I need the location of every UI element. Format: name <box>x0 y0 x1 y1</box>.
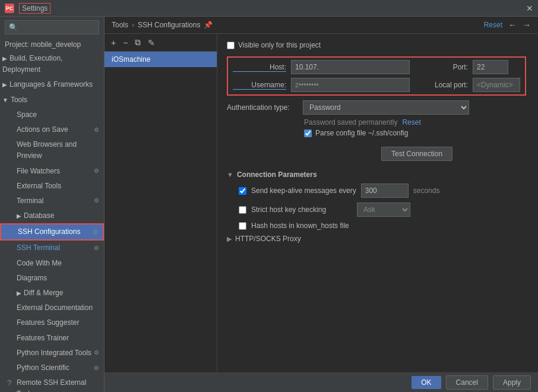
strict-host-row: Strict host key checking Ask <box>227 203 528 217</box>
ssh-detail-panel: Visible only for this project Host: Port… <box>217 34 538 372</box>
sidebar-item-features-suggester[interactable]: Features Suggester <box>0 315 104 330</box>
apply-button[interactable]: Apply <box>493 375 531 390</box>
sidebar-item-file-watchers[interactable]: File Watchers ⚙ <box>0 164 104 179</box>
connection-params-header[interactable]: ▼ Connection Parameters <box>227 170 528 179</box>
host-row: Host: Port: Username: Local port: <box>227 56 528 96</box>
http-proxy-row[interactable]: ▶ HTTP/SOCKS Proxy <box>227 235 528 243</box>
host-input[interactable] <box>291 60 410 74</box>
pin-icon: 📌 <box>204 21 213 29</box>
sidebar-item-space[interactable]: Space <box>0 108 104 122</box>
auth-type-label: Authentication type: <box>227 103 298 112</box>
ssh-list-panel: + − ⧉ ✎ iOSmachine <box>105 34 217 372</box>
sidebar: 🔍 Project: mobile_develop ▶Build, Execut… <box>0 17 105 392</box>
port-label: Port: <box>414 63 468 71</box>
http-proxy-caret: ▶ <box>227 235 232 243</box>
breadcrumb-current: SSH Configurations <box>138 21 200 29</box>
bottom-bar: ? OK Cancel Apply <box>105 372 538 392</box>
forward-button[interactable]: → <box>523 20 531 30</box>
add-ssh-button[interactable]: + <box>109 37 118 49</box>
sidebar-item-diff-merge[interactable]: ▶Diff & Merge <box>0 286 104 301</box>
test-connection-button[interactable]: Test Connection <box>381 147 452 161</box>
sidebar-item-python-scientific[interactable]: Python Scientific ⚙ <box>0 361 104 375</box>
keep-alive-label: Send keep-alive messages every <box>251 186 356 195</box>
sidebar-item-tools[interactable]: ▼Tools <box>0 93 104 108</box>
auth-type-row: Authentication type: Password <box>227 100 528 115</box>
sidebar-item-ssh-configurations[interactable]: SSH Configurations ⚙ <box>0 223 104 241</box>
host-label: Host: <box>233 63 286 72</box>
parse-config-row: Parse config file ~/.ssh/config <box>227 129 528 137</box>
breadcrumb-parent: Tools <box>112 21 128 29</box>
sidebar-item-build-execution[interactable]: ▶Build, Execution, Deployment <box>0 51 104 77</box>
ssh-terminal-icon: ⚙ <box>94 244 99 253</box>
title-bar: PC Settings ✕ <box>0 0 538 17</box>
password-saved-text: Password saved permanently <box>304 118 397 127</box>
sidebar-item-web-browsers[interactable]: Web Browsers and Preview <box>0 137 104 163</box>
python-integrated-icon: ⚙ <box>94 348 99 358</box>
breadcrumb-separator: › <box>132 21 134 29</box>
keep-alive-row: Send keep-alive messages every seconds <box>227 184 528 198</box>
sidebar-item-external-tools[interactable]: External Tools <box>0 179 104 194</box>
password-info-row: Password saved permanently Reset <box>227 118 528 127</box>
actions-on-save-icon: ⚙ <box>94 125 99 135</box>
visible-only-checkbox[interactable] <box>227 42 235 49</box>
sidebar-item-code-with-me[interactable]: Code With Me <box>0 256 104 271</box>
hash-hosts-checkbox[interactable] <box>239 222 246 230</box>
username-input[interactable] <box>291 78 410 92</box>
conn-params-label: Connection Parameters <box>237 170 317 179</box>
cancel-button[interactable]: Cancel <box>446 375 488 390</box>
sidebar-item-features-trainer[interactable]: Features Trainer <box>0 331 104 346</box>
sidebar-item-remote-ssh-external-tools[interactable]: Remote SSH External Tools <box>0 375 104 392</box>
strict-host-label: Strict host key checking <box>251 206 352 214</box>
ok-button[interactable]: OK <box>412 376 441 389</box>
sidebar-item-actions-on-save[interactable]: Actions on Save ⚙ <box>0 122 104 137</box>
http-proxy-label: HTTP/SOCKS Proxy <box>235 235 301 243</box>
project-label: Project: mobile_develop <box>0 38 104 51</box>
parse-config-checkbox[interactable] <box>304 129 312 137</box>
terminal-icon: ⚙ <box>94 196 99 206</box>
ssh-list-item-iosmachine[interactable]: iOSmachine <box>105 52 217 67</box>
username-label: Username: <box>233 81 286 90</box>
back-button[interactable]: ← <box>508 20 517 30</box>
keep-alive-checkbox[interactable] <box>239 187 246 195</box>
python-scientific-icon: ⚙ <box>94 363 99 373</box>
remove-ssh-button[interactable]: − <box>121 37 129 49</box>
parse-config-label: Parse config file ~/.ssh/config <box>315 129 408 137</box>
keep-alive-input[interactable] <box>361 184 409 198</box>
strict-host-checkbox[interactable] <box>239 206 246 214</box>
settings-title: Settings <box>19 3 50 14</box>
password-reset-link[interactable]: Reset <box>402 118 420 127</box>
sidebar-item-ssh-terminal[interactable]: SSH Terminal ⚙ <box>0 241 104 255</box>
search-icon: 🔍 <box>9 23 18 31</box>
local-port-input[interactable] <box>473 78 520 92</box>
search-input[interactable] <box>20 23 95 31</box>
main-content: Tools › SSH Configurations 📌 Reset ← → +… <box>105 17 538 392</box>
ssh-list-toolbar: + − ⧉ ✎ <box>105 34 217 52</box>
file-watchers-icon: ⚙ <box>94 166 99 176</box>
reset-button[interactable]: Reset <box>484 21 502 29</box>
visible-only-label: Visible only for this project <box>238 41 321 49</box>
conn-params-caret: ▼ <box>227 171 233 178</box>
breadcrumb-bar: Tools › SSH Configurations 📌 Reset ← → <box>105 17 538 34</box>
keep-alive-unit: seconds <box>413 186 440 195</box>
sidebar-list: ▶Build, Execution, Deployment ▶Languages… <box>0 51 104 392</box>
edit-ssh-button[interactable]: ✎ <box>146 37 157 49</box>
sidebar-item-diagrams[interactable]: Diagrams <box>0 271 104 286</box>
sidebar-item-languages-frameworks[interactable]: ▶Languages & Frameworks <box>0 77 104 92</box>
sidebar-item-python-integrated-tools[interactable]: Python Integrated Tools ⚙ <box>0 346 104 361</box>
help-button[interactable]: ? <box>7 378 11 387</box>
search-box[interactable]: 🔍 <box>5 20 99 34</box>
sidebar-item-external-documentation[interactable]: External Documentation <box>0 301 104 315</box>
hash-hosts-row: Hash hosts in known_hosts file <box>227 222 528 230</box>
port-input[interactable] <box>473 60 508 74</box>
auth-type-select[interactable]: Password <box>303 100 469 115</box>
strict-host-select[interactable]: Ask <box>357 203 410 217</box>
sidebar-item-database[interactable]: ▶Database <box>0 208 104 223</box>
close-button[interactable]: ✕ <box>526 4 533 13</box>
sidebar-item-terminal[interactable]: Terminal ⚙ <box>0 194 104 208</box>
copy-ssh-button[interactable]: ⧉ <box>133 36 143 49</box>
ssh-config-icon: ⚙ <box>93 227 98 237</box>
hash-hosts-label: Hash hosts in known_hosts file <box>251 222 352 230</box>
main-container: 🔍 Project: mobile_develop ▶Build, Execut… <box>0 17 538 392</box>
visible-only-row: Visible only for this project <box>227 41 528 49</box>
local-port-label: Local port: <box>414 81 468 89</box>
